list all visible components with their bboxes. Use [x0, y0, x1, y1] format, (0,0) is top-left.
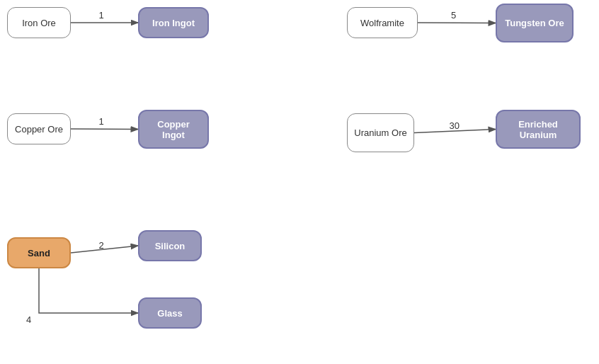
svg-text:2: 2 — [99, 240, 104, 251]
glass-node: Glass — [138, 297, 202, 329]
silicon-node: Silicon — [138, 230, 202, 261]
copper-ore-node: Copper Ore — [7, 113, 71, 144]
svg-text:4: 4 — [26, 314, 31, 325]
svg-text:1: 1 — [99, 10, 104, 21]
svg-text:30: 30 — [450, 120, 460, 131]
uranium-ore-node: Uranium Ore — [347, 113, 414, 152]
arrow-layer: 1124530 — [0, 0, 599, 364]
tungsten-ore-node: Tungsten Ore — [496, 4, 574, 42]
copper-ingot-node: Copper Ingot — [138, 110, 209, 149]
sand-node: Sand — [7, 237, 71, 268]
iron-ingot-node: Iron Ingot — [138, 7, 209, 38]
iron-ore-node: Iron Ore — [7, 7, 71, 38]
enriched-uranium-node: Enriched Uranium — [496, 110, 581, 149]
wolframite-node: Wolframite — [347, 7, 418, 38]
svg-text:5: 5 — [451, 10, 456, 21]
svg-text:1: 1 — [99, 116, 104, 127]
diagram: 1124530 Iron OreIron IngotCopper OreCopp… — [0, 0, 599, 364]
